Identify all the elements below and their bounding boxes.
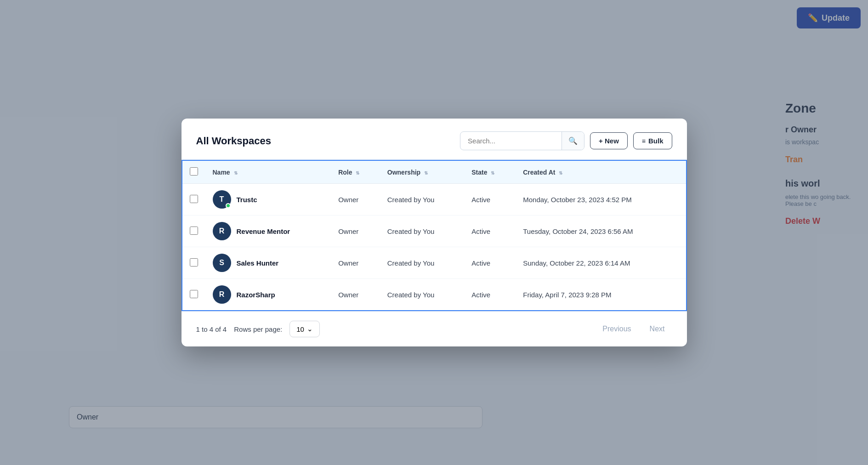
role-sort-icon: ⇅ [356, 170, 359, 176]
search-container: 🔍 [460, 131, 584, 150]
state-header[interactable]: State ⇅ [464, 160, 516, 184]
row-state-2: Active [464, 247, 516, 279]
workspace-name-3: RazorSharp [237, 291, 275, 299]
row-role-0: Owner [331, 184, 380, 215]
online-dot [226, 203, 231, 208]
row-created-at-2: Sunday, October 22, 2023 6:14 AM [516, 247, 686, 279]
workspace-name-0: Trustc [237, 196, 257, 204]
next-button[interactable]: Next [642, 321, 672, 337]
pagination-info: 1 to 4 of 4 Rows per page: 10 ⌄ [196, 321, 320, 337]
row-checkbox-cell[interactable] [182, 184, 205, 215]
row-ownership-2: Created by You [380, 247, 464, 279]
modal-actions: 🔍 + New ≡ Bulk [460, 131, 672, 150]
row-state-3: Active [464, 279, 516, 311]
search-input[interactable] [460, 132, 562, 149]
workspace-name-1: Revenue Mentor [237, 227, 290, 235]
ownership-header[interactable]: Ownership ⇅ [380, 160, 464, 184]
rows-per-page-label: Rows per page: [234, 325, 282, 333]
modal-title: All Workspaces [196, 135, 271, 147]
ownership-sort-icon: ⇅ [424, 170, 428, 176]
search-icon: 🔍 [568, 137, 578, 145]
new-button[interactable]: + New [590, 132, 628, 149]
row-name-cell-0: T Trustc [205, 184, 331, 215]
row-created-at-3: Friday, April 7, 2023 9:28 PM [516, 279, 686, 311]
name-header[interactable]: Name ⇅ [205, 160, 331, 184]
modal-header: All Workspaces 🔍 + New ≡ Bulk [182, 119, 687, 160]
avatar-1: R [213, 222, 231, 240]
previous-button[interactable]: Previous [595, 321, 638, 337]
row-created-at-0: Monday, October 23, 2023 4:52 PM [516, 184, 686, 215]
row-state-0: Active [464, 184, 516, 215]
created-at-header[interactable]: Created At ⇅ [516, 160, 686, 184]
avatar-2: S [213, 254, 231, 272]
state-sort-icon: ⇅ [491, 170, 494, 176]
created-at-sort-icon: ⇅ [559, 170, 562, 176]
avatar-0: T [213, 190, 231, 209]
table-row: T Trustc Owner Created by You Active Mon… [182, 184, 686, 215]
layers-icon: ≡ [642, 137, 646, 145]
avatar-3: R [213, 285, 231, 304]
row-checkbox-2[interactable] [190, 258, 198, 267]
select-all-header[interactable] [182, 160, 205, 184]
row-name-cell-2: S Sales Hunter [205, 247, 331, 279]
rows-per-page-select[interactable]: 10 ⌄ [289, 321, 320, 337]
table-body: T Trustc Owner Created by You Active Mon… [182, 184, 686, 311]
row-created-at-1: Tuesday, October 24, 2023 6:56 AM [516, 215, 686, 247]
bulk-button[interactable]: ≡ Bulk [633, 132, 672, 149]
row-checkbox-cell[interactable] [182, 279, 205, 311]
rows-chevron-down-icon: ⌄ [307, 325, 313, 333]
row-checkbox-0[interactable] [190, 195, 198, 203]
modal-footer: 1 to 4 of 4 Rows per page: 10 ⌄ Previous… [182, 311, 687, 346]
name-sort-icon: ⇅ [234, 170, 238, 176]
pagination-text: 1 to 4 of 4 [196, 325, 227, 333]
workspaces-table: Name ⇅ Role ⇅ Ownership ⇅ State [182, 160, 687, 311]
row-role-2: Owner [331, 247, 380, 279]
row-ownership-1: Created by You [380, 215, 464, 247]
modal-backdrop: All Workspaces 🔍 + New ≡ Bulk [0, 0, 868, 465]
new-button-label: + New [599, 137, 619, 145]
bulk-button-label: Bulk [648, 137, 664, 145]
row-checkbox-cell[interactable] [182, 215, 205, 247]
search-button[interactable]: 🔍 [562, 132, 584, 150]
role-header[interactable]: Role ⇅ [331, 160, 380, 184]
row-checkbox-1[interactable] [190, 227, 198, 235]
select-all-checkbox[interactable] [190, 167, 198, 176]
workspace-name-2: Sales Hunter [237, 259, 279, 267]
table-row: R Revenue Mentor Owner Created by You Ac… [182, 215, 686, 247]
row-checkbox-cell[interactable] [182, 247, 205, 279]
table-row: R RazorSharp Owner Created by You Active… [182, 279, 686, 311]
table-header-row: Name ⇅ Role ⇅ Ownership ⇅ State [182, 160, 686, 184]
table-container: Name ⇅ Role ⇅ Ownership ⇅ State [182, 160, 687, 311]
rows-per-page-value: 10 [296, 325, 304, 333]
row-role-1: Owner [331, 215, 380, 247]
pagination-nav: Previous Next [595, 321, 672, 337]
row-checkbox-3[interactable] [190, 290, 198, 298]
row-name-cell-1: R Revenue Mentor [205, 215, 331, 247]
row-ownership-0: Created by You [380, 184, 464, 215]
row-role-3: Owner [331, 279, 380, 311]
table-row: S Sales Hunter Owner Created by You Acti… [182, 247, 686, 279]
row-ownership-3: Created by You [380, 279, 464, 311]
row-name-cell-3: R RazorSharp [205, 279, 331, 311]
workspaces-modal: All Workspaces 🔍 + New ≡ Bulk [182, 119, 687, 346]
row-state-1: Active [464, 215, 516, 247]
